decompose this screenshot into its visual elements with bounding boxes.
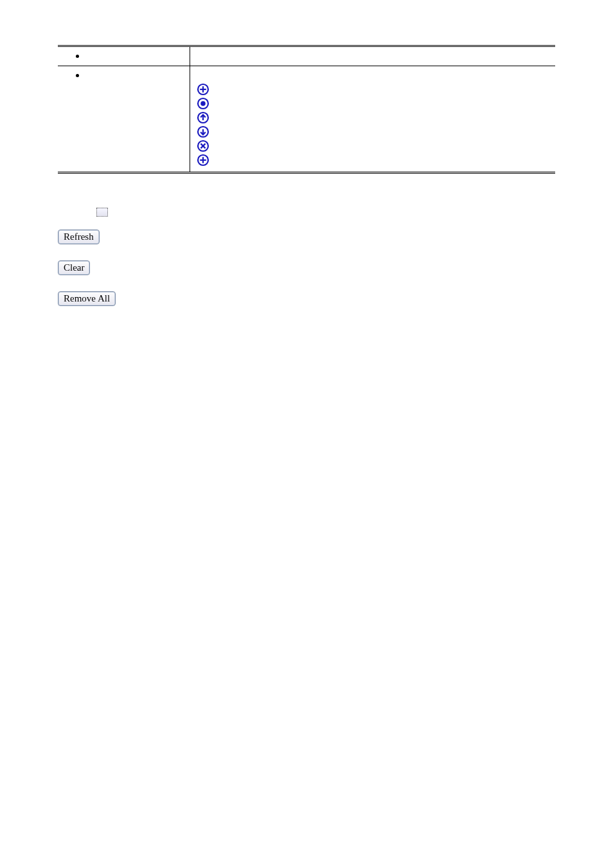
bullet-icon bbox=[76, 55, 79, 58]
up-arrow-icon bbox=[197, 111, 549, 124]
checkbox[interactable] bbox=[96, 208, 108, 217]
record-icon bbox=[197, 97, 549, 110]
icon-list bbox=[197, 83, 549, 167]
plus-icon bbox=[197, 154, 549, 167]
svg-point-4 bbox=[200, 101, 206, 106]
bullet-icon bbox=[76, 74, 79, 77]
plus-icon bbox=[197, 83, 549, 96]
refresh-button[interactable]: Refresh bbox=[58, 230, 100, 244]
info-table bbox=[58, 45, 555, 174]
clear-button[interactable]: Clear bbox=[58, 260, 90, 275]
remove-all-button[interactable]: Remove All bbox=[58, 291, 116, 306]
cross-icon bbox=[197, 140, 549, 152]
down-arrow-icon bbox=[197, 125, 549, 138]
